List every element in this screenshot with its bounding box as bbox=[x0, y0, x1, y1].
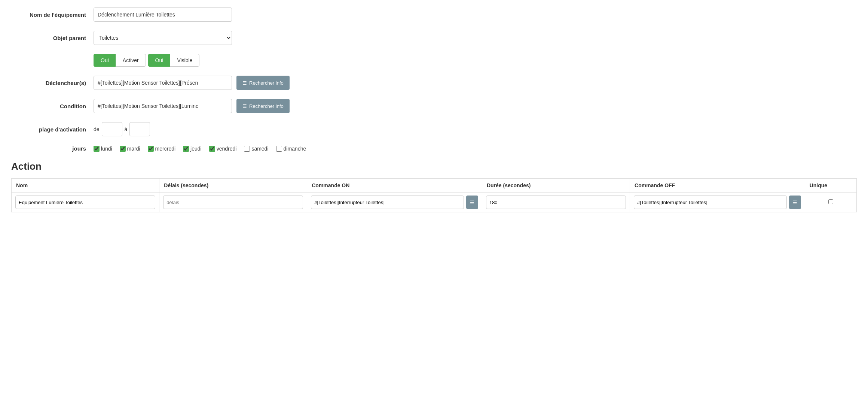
objet-parent-label: Objet parent bbox=[11, 35, 94, 41]
toggle-pair-visible: Oui Visible bbox=[148, 54, 200, 67]
list-icon-commande-on: ☰ bbox=[470, 200, 474, 205]
checkbox-vendredi[interactable] bbox=[209, 146, 215, 152]
declencheur-search-label: Rechercher info bbox=[249, 80, 284, 86]
nom-row: Nom de l'équipement bbox=[11, 7, 460, 22]
th-delais: Délais (secondes) bbox=[159, 179, 307, 193]
action-title: Action bbox=[11, 161, 857, 172]
list-icon: ☰ bbox=[242, 80, 247, 86]
checkbox-samedi[interactable] bbox=[244, 146, 250, 152]
day-samedi: samedi bbox=[244, 146, 268, 152]
commande-off-search-button[interactable]: ☰ bbox=[789, 196, 801, 209]
plage-inputs: de à bbox=[94, 122, 150, 136]
objet-parent-row: Objet parent Toilettes bbox=[11, 31, 460, 45]
declencheur-label: Déclencheur(s) bbox=[11, 80, 94, 86]
condition-input[interactable] bbox=[94, 99, 232, 113]
commande-off-cell: ☰ bbox=[634, 196, 801, 209]
checkbox-jeudi[interactable] bbox=[183, 146, 189, 152]
declencheur-input[interactable] bbox=[94, 76, 232, 90]
td-duree bbox=[482, 193, 630, 212]
plage-de-text: de bbox=[94, 126, 100, 132]
jours-label: jours bbox=[11, 145, 94, 152]
day-label-dimanche: dimanche bbox=[284, 146, 306, 152]
day-label-jeudi: jeudi bbox=[190, 146, 202, 152]
day-label-samedi: samedi bbox=[251, 146, 268, 152]
commande-on-cell: ☰ bbox=[311, 196, 478, 209]
declencheur-search-button[interactable]: ☰ Rechercher info bbox=[236, 76, 290, 90]
nom-table-input[interactable] bbox=[15, 196, 155, 209]
toggle-activer[interactable]: Activer bbox=[116, 54, 146, 67]
td-nom bbox=[12, 193, 159, 212]
condition-search-label: Rechercher info bbox=[249, 103, 284, 109]
toggle-pair-activer: Oui Activer bbox=[94, 54, 146, 67]
day-mardi: mardi bbox=[120, 146, 140, 152]
toggle-visible[interactable]: Visible bbox=[170, 54, 199, 67]
table-row: ☰ ☰ bbox=[12, 193, 857, 212]
td-commande-off: ☰ bbox=[630, 193, 805, 212]
th-unique: Unique bbox=[805, 179, 856, 193]
day-lundi: lundi bbox=[94, 146, 112, 152]
condition-label: Condition bbox=[11, 103, 94, 109]
list-icon-2: ☰ bbox=[242, 103, 247, 109]
day-jeudi: jeudi bbox=[183, 146, 202, 152]
day-label-lundi: lundi bbox=[101, 146, 112, 152]
condition-row: Condition ☰ Rechercher info bbox=[11, 99, 460, 113]
checkbox-lundi[interactable] bbox=[94, 146, 100, 152]
list-icon-commande-off: ☰ bbox=[793, 200, 797, 205]
nom-input[interactable] bbox=[94, 7, 232, 22]
action-section: Action Nom Délais (secondes) Commande ON… bbox=[11, 161, 857, 212]
commande-on-search-button[interactable]: ☰ bbox=[466, 196, 478, 209]
toggle-oui-activer[interactable]: Oui bbox=[94, 54, 116, 67]
th-commande-on: Commande ON bbox=[307, 179, 482, 193]
toggle-group: Oui Activer Oui Visible bbox=[94, 54, 202, 67]
unique-checkbox[interactable] bbox=[828, 199, 833, 204]
jours-row: jours lundi mardi mercredi jeudi vendred… bbox=[11, 145, 460, 152]
action-table: Nom Délais (secondes) Commande ON Durée … bbox=[11, 178, 857, 212]
day-label-mardi: mardi bbox=[127, 146, 140, 152]
objet-parent-select[interactable]: Toilettes bbox=[94, 31, 232, 45]
plage-a-text: à bbox=[125, 126, 128, 132]
commande-on-input[interactable] bbox=[311, 196, 464, 209]
day-mercredi: mercredi bbox=[148, 146, 175, 152]
checkbox-dimanche[interactable] bbox=[276, 146, 282, 152]
plage-row: plage d'activation de à bbox=[11, 122, 460, 136]
declencheur-input-group: ☰ Rechercher info bbox=[94, 76, 290, 90]
day-vendredi: vendredi bbox=[209, 146, 237, 152]
plage-label: plage d'activation bbox=[11, 126, 94, 133]
td-delais bbox=[159, 193, 307, 212]
condition-input-group: ☰ Rechercher info bbox=[94, 99, 290, 113]
declencheur-row: Déclencheur(s) ☰ Rechercher info bbox=[11, 76, 460, 90]
td-unique bbox=[805, 193, 856, 212]
nom-label: Nom de l'équipement bbox=[11, 12, 94, 18]
plage-from-input[interactable] bbox=[102, 122, 122, 136]
th-commande-off: Commande OFF bbox=[630, 179, 805, 193]
toggle-row: Oui Activer Oui Visible bbox=[11, 54, 460, 67]
commande-off-input[interactable] bbox=[634, 196, 787, 209]
table-header-row: Nom Délais (secondes) Commande ON Durée … bbox=[12, 179, 857, 193]
form-section: Nom de l'équipement Objet parent Toilett… bbox=[11, 7, 460, 152]
delais-table-input[interactable] bbox=[163, 196, 303, 209]
condition-search-button[interactable]: ☰ Rechercher info bbox=[236, 99, 290, 113]
day-dimanche: dimanche bbox=[276, 146, 306, 152]
checkbox-mardi[interactable] bbox=[120, 146, 126, 152]
day-label-mercredi: mercredi bbox=[155, 146, 175, 152]
days-group: lundi mardi mercredi jeudi vendredi same… bbox=[94, 146, 306, 152]
day-label-vendredi: vendredi bbox=[217, 146, 237, 152]
plage-to-input[interactable] bbox=[129, 122, 150, 136]
toggle-oui-visible[interactable]: Oui bbox=[148, 54, 170, 67]
duree-input[interactable] bbox=[486, 196, 626, 209]
th-duree: Durée (secondes) bbox=[482, 179, 630, 193]
checkbox-mercredi[interactable] bbox=[148, 146, 154, 152]
td-commande-on: ☰ bbox=[307, 193, 482, 212]
th-nom: Nom bbox=[12, 179, 159, 193]
